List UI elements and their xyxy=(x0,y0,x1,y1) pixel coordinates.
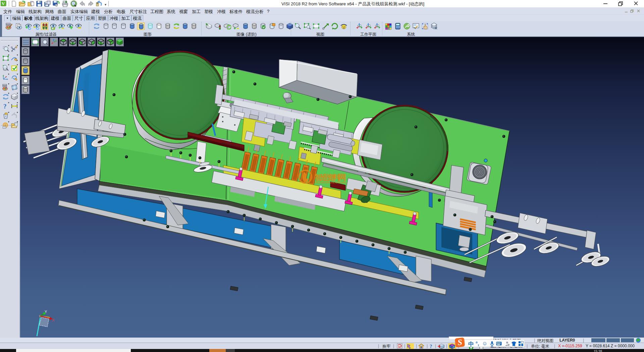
svg-text:智造资料网: 智造资料网 xyxy=(314,173,346,182)
svg-text:7: 7 xyxy=(508,344,509,347)
svg-text:X: X xyxy=(52,318,55,322)
svg-text:V: V xyxy=(2,1,5,6)
svg-text:INTELLIGENT MANUFACTURING DATA: INTELLIGENT MANUFACTURING DATA xyxy=(315,181,346,184)
svg-text:Y: Y xyxy=(45,310,47,314)
svg-text:?: ? xyxy=(3,103,7,110)
svg-text:?: ? xyxy=(430,344,432,349)
